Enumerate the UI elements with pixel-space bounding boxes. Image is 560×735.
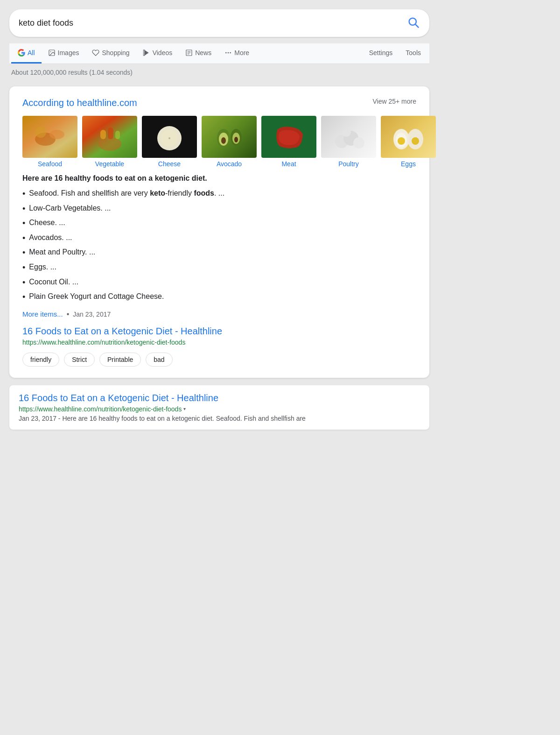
chip-bad[interactable]: bad: [146, 353, 172, 367]
tab-shopping-label: Shopping: [102, 49, 129, 57]
snippet-heading: Here are 16 healthy foods to eat on a ke…: [22, 174, 416, 183]
snippet-date: Jan 23, 2017: [73, 311, 111, 318]
svg-point-14: [49, 130, 64, 139]
food-item-meat[interactable]: Meat: [261, 116, 316, 168]
list-item-vegetables: Low-Carb Vegetables. ...: [22, 204, 416, 214]
tab-images-label: Images: [58, 49, 79, 57]
svg-point-15: [35, 127, 46, 138]
more-items-link[interactable]: More items...: [22, 310, 63, 318]
chip-printable[interactable]: Printable: [99, 353, 141, 367]
tab-all[interactable]: All: [11, 43, 42, 64]
tools-button[interactable]: Tools: [399, 43, 427, 64]
second-result-description: Jan 23, 2017 - Here are 16 healthy foods…: [19, 415, 420, 422]
food-item-avocado[interactable]: Avocado: [202, 116, 257, 168]
settings-label: Settings: [369, 49, 393, 57]
second-result-card: 16 Foods to Eat on a Ketogenic Diet - He…: [9, 385, 429, 430]
eggs-label: Eggs: [401, 160, 416, 168]
chips-row: friendly Strict Printable bad: [22, 353, 416, 367]
svg-point-36: [398, 137, 405, 145]
search-input[interactable]: [19, 18, 407, 28]
search-bar: [9, 9, 429, 37]
settings-tools-group: Settings Tools: [363, 43, 427, 64]
featured-snippet-card: According to healthline.com View 25+ mor…: [9, 86, 429, 378]
results-info: About 120,000,000 results (1.04 seconds): [9, 64, 429, 81]
chip-friendly[interactable]: friendly: [22, 353, 59, 367]
seafood-image: [22, 116, 77, 158]
news-icon: [185, 49, 193, 57]
second-result-url-row: https://www.healthline.com/nutrition/ket…: [19, 405, 420, 413]
view-more-link[interactable]: View 25+ more: [372, 98, 416, 105]
food-item-seafood[interactable]: Seafood: [22, 116, 77, 168]
list-item-yogurt: Plain Greek Yogurt and Cottage Cheese.: [22, 292, 416, 303]
svg-point-12: [230, 52, 231, 54]
poultry-label: Poultry: [338, 160, 359, 168]
list-item-avocados: Avocados. ...: [22, 233, 416, 244]
avocado-image: [202, 116, 257, 158]
tab-all-label: All: [28, 49, 35, 57]
second-result-title[interactable]: 16 Foods to Eat on a Ketogenic Diet - He…: [19, 393, 420, 403]
svg-marker-4: [144, 50, 148, 56]
svg-point-11: [228, 52, 229, 54]
food-list: Seafood. Fish and shellfish are very ket…: [22, 189, 416, 303]
tab-videos[interactable]: Videos: [136, 43, 179, 64]
tab-videos-label: Videos: [153, 49, 173, 57]
svg-point-33: [342, 127, 351, 137]
cheese-image: [142, 116, 197, 158]
result-url: https://www.healthline.com/nutrition/ket…: [22, 339, 416, 346]
svg-point-38: [412, 137, 419, 145]
svg-rect-18: [108, 127, 113, 139]
search-icon: [407, 16, 420, 29]
card-header: According to healthline.com View 25+ mor…: [22, 98, 416, 108]
more-items-line: More items... • Jan 23, 2017: [22, 310, 416, 318]
video-icon: [143, 49, 150, 57]
vegetable-label: Vegetable: [95, 160, 124, 168]
food-images-row: Seafood Vegetable: [22, 116, 416, 168]
svg-point-28: [234, 137, 238, 142]
svg-point-3: [50, 51, 51, 52]
tab-images[interactable]: Images: [42, 43, 86, 64]
image-icon: [48, 49, 56, 57]
svg-rect-5: [143, 50, 145, 56]
svg-point-32: [353, 137, 364, 148]
list-item-cheese: Cheese. ...: [22, 219, 416, 229]
list-item-seafood: Seafood. Fish and shellfish are very ket…: [22, 189, 416, 199]
eggs-image: [381, 116, 436, 158]
source-title[interactable]: According to healthline.com: [22, 98, 137, 108]
food-item-vegetable[interactable]: Vegetable: [82, 116, 137, 168]
cheese-label: Cheese: [158, 160, 181, 168]
svg-rect-17: [100, 130, 106, 139]
food-item-eggs[interactable]: Eggs: [381, 116, 436, 168]
google-multicolor-icon: [18, 49, 25, 57]
poultry-image: [321, 116, 376, 158]
tab-more[interactable]: More: [218, 43, 256, 64]
svg-rect-19: [115, 131, 120, 139]
result-link-title[interactable]: 16 Foods to Eat on a Ketogenic Diet - He…: [22, 326, 416, 337]
search-button[interactable]: [407, 16, 420, 30]
list-item-meat: Meat and Poultry. ...: [22, 248, 416, 258]
chip-strict[interactable]: Strict: [64, 353, 95, 367]
tab-news-label: News: [195, 49, 211, 57]
vegetable-image: [82, 116, 137, 158]
tab-shopping[interactable]: Shopping: [85, 43, 136, 64]
svg-point-22: [168, 137, 170, 139]
food-item-cheese[interactable]: Cheese: [142, 116, 197, 168]
list-item-eggs: Eggs. ...: [22, 263, 416, 273]
nav-tabs: All Images Shopping Videos: [9, 43, 429, 64]
more-dots-icon: [224, 49, 232, 57]
url-dropdown-arrow[interactable]: ▾: [183, 406, 186, 411]
list-item-coconut: Coconut Oil. ...: [22, 278, 416, 288]
svg-line-1: [415, 24, 418, 27]
svg-point-25: [221, 137, 226, 144]
svg-point-10: [225, 52, 227, 54]
shopping-icon: [92, 49, 99, 57]
tab-news[interactable]: News: [179, 43, 218, 64]
meat-label: Meat: [281, 160, 296, 168]
tools-label: Tools: [406, 49, 421, 57]
seafood-label: Seafood: [38, 160, 62, 168]
food-item-poultry[interactable]: Poultry: [321, 116, 376, 168]
avocado-label: Avocado: [217, 160, 242, 168]
settings-button[interactable]: Settings: [363, 43, 399, 64]
meat-image: [261, 116, 316, 158]
tab-more-label: More: [234, 49, 249, 57]
